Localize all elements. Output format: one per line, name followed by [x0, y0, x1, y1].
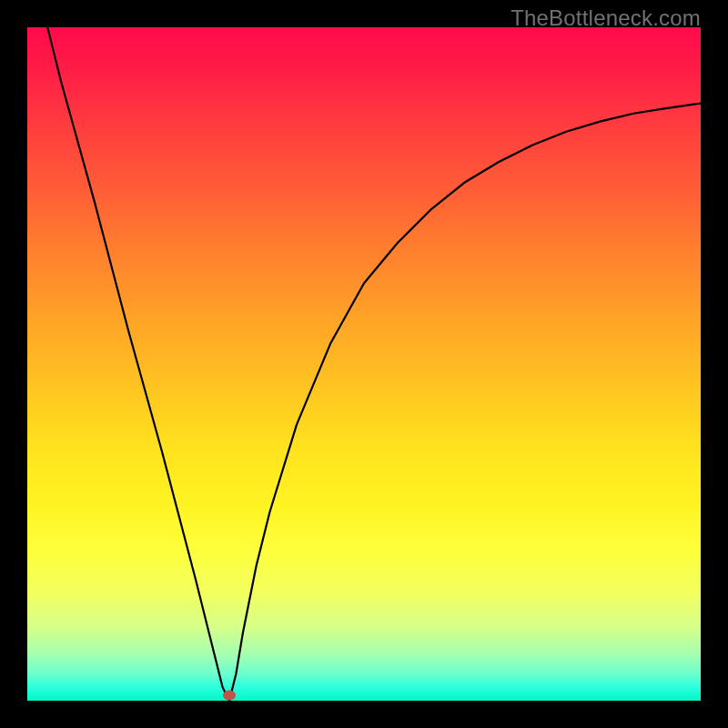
- optimum-marker: [223, 691, 236, 701]
- plot-area: [27, 27, 701, 701]
- chart-curve: [27, 27, 701, 701]
- chart-frame: TheBottleneck.com: [0, 0, 728, 728]
- curve-path: [47, 27, 701, 701]
